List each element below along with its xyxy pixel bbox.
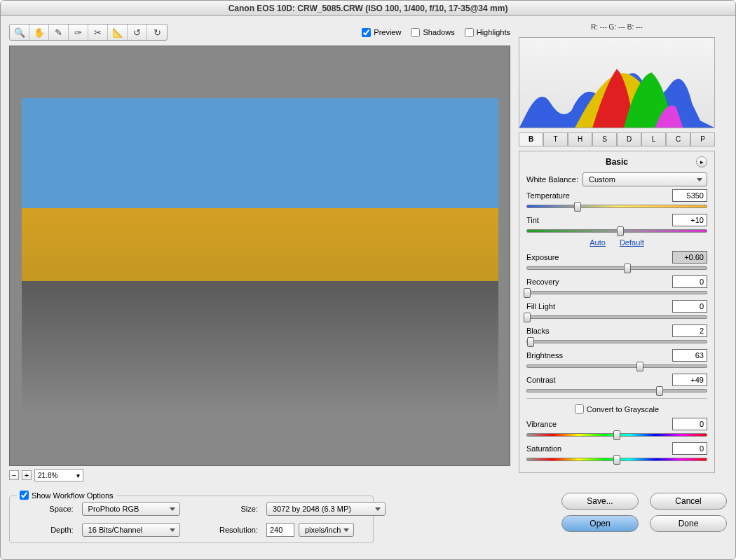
open-button[interactable]: Open [561, 515, 639, 532]
workflow-options-group: Show Workflow Options Space: ProPhoto RG… [9, 496, 374, 543]
tab-basic[interactable]: B [519, 132, 543, 146]
temperature-slider[interactable] [526, 205, 707, 208]
preview-area[interactable]: OceanofEXE [9, 46, 510, 466]
temperature-label: Temperature [526, 191, 668, 200]
tab-presets[interactable]: P [690, 132, 715, 146]
show-workflow-label: Show Workflow Options [32, 491, 114, 500]
preview-image: OceanofEXE [22, 98, 498, 414]
crop-tool-icon[interactable]: ✂ [88, 25, 108, 40]
fill-light-slider[interactable] [526, 315, 707, 319]
vibrance-slider[interactable] [526, 433, 707, 437]
white-balance-label: White Balance: [526, 175, 578, 184]
temperature-input[interactable]: 5350 [672, 189, 707, 202]
blacks-slider[interactable] [526, 340, 707, 343]
straighten-tool-icon[interactable]: 📐 [108, 25, 128, 40]
recovery-input[interactable]: 0 [672, 275, 707, 288]
rotate-ccw-icon[interactable]: ↺ [128, 25, 147, 40]
resolution-label: Resolution: [189, 526, 258, 534]
basic-panel: Basic ▸ White Balance: Custom Temperatur… [519, 151, 715, 473]
brightness-input[interactable]: 63 [672, 349, 707, 362]
saturation-slider[interactable] [526, 458, 707, 461]
vibrance-label: Vibrance [526, 420, 668, 428]
contrast-label: Contrast [526, 376, 668, 384]
resolution-unit-select[interactable]: pixels/inch [299, 523, 354, 537]
blacks-input[interactable]: 2 [672, 325, 707, 337]
tint-input[interactable]: +10 [672, 214, 707, 226]
highlights-checkbox[interactable]: Highlights [465, 28, 510, 37]
histogram [519, 37, 715, 128]
space-label: Space: [18, 505, 74, 513]
tint-slider[interactable] [526, 229, 707, 233]
brightness-label: Brightness [526, 351, 668, 360]
vibrance-input[interactable]: 0 [672, 418, 707, 430]
tab-hsl[interactable]: H [568, 132, 592, 146]
size-label: Size: [189, 505, 258, 513]
tool-group: 🔍 ✋ ✎ ✑ ✂ 📐 ↺ ↻ [9, 24, 168, 41]
brightness-slider[interactable] [526, 364, 707, 368]
zoom-level-select[interactable]: 21.8%▾ [34, 469, 83, 482]
tab-camera[interactable]: C [666, 132, 690, 146]
exposure-input[interactable]: +0.60 [672, 251, 707, 264]
done-button[interactable]: Done [650, 515, 727, 532]
fill-light-label: Fill Light [526, 302, 668, 310]
blacks-label: Blacks [526, 327, 668, 335]
panel-tabs: B T H S D L C P [519, 132, 715, 146]
rgb-readout: R: --- G: --- B: --- [519, 23, 715, 33]
saturation-input[interactable]: 0 [672, 442, 707, 455]
tab-lens[interactable]: L [641, 132, 666, 146]
show-workflow-checkbox[interactable] [20, 491, 29, 500]
fill-light-input[interactable]: 0 [672, 300, 707, 313]
zoom-tool-icon[interactable]: 🔍 [10, 25, 29, 40]
white-balance-tool-icon[interactable]: ✎ [49, 25, 69, 40]
contrast-input[interactable]: +49 [672, 374, 707, 386]
depth-label: Depth: [18, 526, 74, 534]
grayscale-checkbox[interactable] [575, 404, 584, 414]
panel-title: Basic [606, 157, 628, 167]
grayscale-label: Convert to Grayscale [587, 405, 659, 414]
rotate-cw-icon[interactable]: ↻ [147, 25, 167, 40]
save-button[interactable]: Save... [561, 493, 639, 510]
size-select[interactable]: 3072 by 2048 (6.3 MP) [266, 502, 386, 516]
tab-tone-curve[interactable]: T [543, 132, 568, 146]
cancel-button[interactable]: Cancel [650, 493, 727, 510]
watermark: OceanofEXE [78, 388, 137, 399]
contrast-slider[interactable] [526, 389, 707, 392]
default-link[interactable]: Default [620, 238, 644, 247]
depth-select[interactable]: 16 Bits/Channel [82, 523, 180, 537]
recovery-label: Recovery [526, 278, 668, 286]
window-title: Canon EOS 10D: CRW_5085.CRW (ISO 100, 1/… [1, 1, 735, 16]
space-select[interactable]: ProPhoto RGB [82, 502, 180, 516]
color-sampler-tool-icon[interactable]: ✑ [69, 25, 88, 40]
exposure-slider[interactable] [526, 266, 707, 270]
shadows-checkbox[interactable]: Shadows [411, 28, 454, 37]
exposure-label: Exposure [526, 253, 668, 261]
white-balance-select[interactable]: Custom [582, 172, 707, 186]
zoom-out-button[interactable]: − [9, 470, 19, 480]
preview-checkbox[interactable]: Preview [362, 28, 401, 37]
recovery-slider[interactable] [526, 291, 707, 294]
tint-label: Tint [526, 216, 668, 224]
hand-tool-icon[interactable]: ✋ [29, 25, 49, 40]
tab-detail[interactable]: D [617, 132, 641, 146]
resolution-input[interactable]: 240 [266, 523, 294, 537]
auto-link[interactable]: Auto [590, 238, 606, 247]
saturation-label: Saturation [526, 444, 668, 453]
zoom-in-button[interactable]: + [22, 470, 32, 480]
panel-menu-icon[interactable]: ▸ [696, 156, 707, 168]
tab-split-toning[interactable]: S [592, 132, 617, 146]
